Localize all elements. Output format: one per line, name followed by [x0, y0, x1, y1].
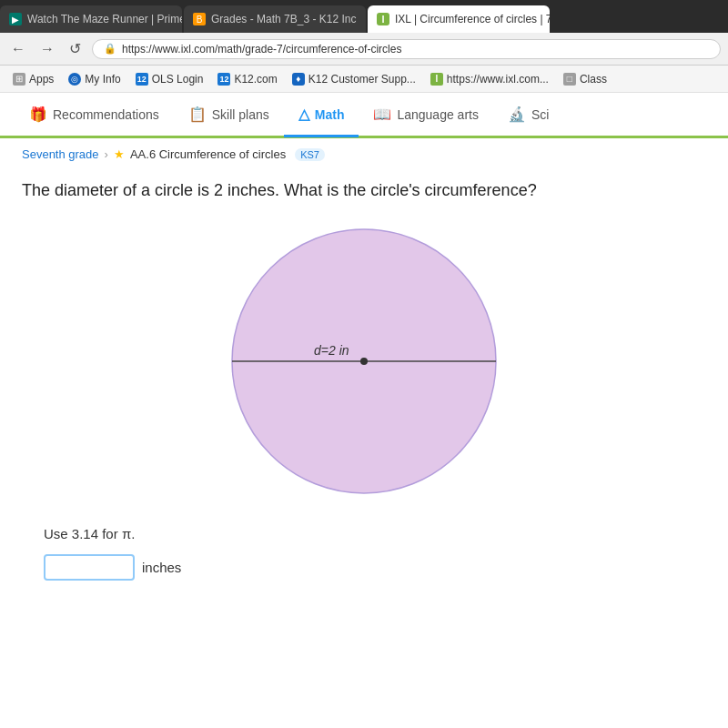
bookmark-favicon-myinfo: ◎ [68, 73, 81, 86]
tab-favicon-grades: B [193, 13, 206, 25]
breadcrumb-tag: KS7 [295, 148, 325, 161]
tab-ixl[interactable]: I IXL | Circumference of circles | 7t ✕ [368, 5, 550, 33]
bookmark-favicon-k12: 12 [217, 73, 230, 86]
lock-icon: 🔒 [104, 43, 116, 55]
nav-label-recommendations: Recommendations [53, 107, 159, 122]
bookmark-label-ixlurl: https://www.ixl.com... [447, 73, 549, 86]
answer-row: inches [22, 547, 706, 588]
breadcrumb-separator: › [105, 147, 108, 161]
bookmark-label-class: Class [580, 73, 607, 86]
bookmark-favicon-class: □ [563, 73, 576, 86]
tab-label-grades: Grades - Math 7B_3 - K12 Inc [211, 13, 356, 25]
breadcrumb-star-icon: ★ [114, 147, 125, 161]
bookmark-favicon-apps: ⊞ [13, 73, 25, 86]
forward-button[interactable]: → [36, 39, 58, 59]
bookmark-label-apps: Apps [29, 73, 54, 86]
bookmark-label-ols: OLS Login [152, 73, 204, 86]
question-text: The diameter of a circle is 2 inches. Wh… [22, 179, 706, 202]
language-arts-icon: 📖 [373, 106, 391, 123]
bookmark-ols[interactable]: 12 OLS Login [130, 71, 209, 87]
circle-svg: d=2 in [209, 220, 519, 502]
svg-point-2 [360, 358, 368, 365]
pi-note: Use 3.14 for π. [22, 521, 706, 547]
ixl-page: 🎁 Recommendations 📋 Skill plans △ Math 📖… [0, 93, 728, 728]
bookmark-myinfo[interactable]: ◎ My Info [63, 71, 126, 87]
tab-favicon-ixl: I [377, 13, 389, 25]
url-text: https://www.ixl.com/math/grade-7/circumf… [122, 43, 401, 56]
bookmark-ixlurl[interactable]: I https://www.ixl.com... [425, 71, 554, 87]
nav-label-math: Math [315, 107, 345, 122]
nav-label-science: Sci [531, 107, 549, 122]
circle-diagram: d=2 in [209, 220, 519, 502]
recommendations-icon: 🎁 [29, 106, 47, 123]
tab-grades[interactable]: B Grades - Math 7B_3 - K12 Inc ✕ [184, 5, 366, 33]
nav-math[interactable]: △ Math [284, 95, 359, 137]
nav-label-skill-plans: Skill plans [212, 107, 269, 122]
tab-maze-runner[interactable]: ▶ Watch The Maze Runner | Prime ✕ [0, 5, 182, 33]
breadcrumb-grade-link[interactable]: Seventh grade [22, 147, 99, 161]
bookmarks-bar: ⊞ Apps ◎ My Info 12 OLS Login 12 K12.com… [0, 66, 728, 93]
nav-language-arts[interactable]: 📖 Language arts [359, 95, 493, 137]
bookmark-apps[interactable]: ⊞ Apps [7, 71, 59, 87]
main-content: The diameter of a circle is 2 inches. Wh… [0, 170, 728, 597]
breadcrumb-skill-code: AA.6 [130, 147, 159, 161]
nav-skill-plans[interactable]: 📋 Skill plans [174, 95, 284, 137]
answer-unit: inches [142, 560, 181, 575]
breadcrumb-skill: AA.6 Circumference of circles [130, 147, 286, 161]
bookmark-label-k12: K12.com [234, 73, 277, 86]
breadcrumb-skill-label: Circumference of circles [159, 147, 286, 161]
back-button[interactable]: ← [7, 39, 29, 59]
nav-recommendations[interactable]: 🎁 Recommendations [15, 95, 174, 137]
bookmark-class[interactable]: □ Class [558, 71, 612, 87]
bookmark-label-myinfo: My Info [85, 73, 120, 86]
svg-text:d=2 in: d=2 in [314, 343, 349, 358]
breadcrumb: Seventh grade › ★ AA.6 Circumference of … [0, 138, 728, 170]
tab-label-maze: Watch The Maze Runner | Prime [27, 13, 182, 25]
tab-bar: ▶ Watch The Maze Runner | Prime ✕ B Grad… [0, 0, 728, 33]
bookmark-k12support[interactable]: ♦ K12 Customer Supp... [287, 71, 421, 87]
bookmark-label-k12support: K12 Customer Supp... [308, 73, 416, 86]
reload-button[interactable]: ↺ [66, 38, 85, 59]
browser-chrome: ▶ Watch The Maze Runner | Prime ✕ B Grad… [0, 0, 728, 93]
nav-science[interactable]: 🔬 Sci [493, 95, 563, 137]
bookmark-favicon-ixlurl: I [430, 73, 443, 86]
tab-label-ixl: IXL | Circumference of circles | 7t [395, 13, 550, 25]
bookmark-k12[interactable]: 12 K12.com [212, 71, 282, 87]
nav-label-language-arts: Language arts [397, 107, 479, 122]
address-bar: ← → ↺ 🔒 https://www.ixl.com/math/grade-7… [0, 33, 728, 66]
skill-plans-icon: 📋 [188, 106, 207, 123]
tab-favicon-maze: ▶ [9, 13, 22, 25]
answer-input[interactable] [44, 554, 135, 581]
math-icon: △ [298, 106, 309, 123]
science-icon: 🔬 [508, 106, 526, 123]
tab-close-grades[interactable]: ✕ [365, 14, 366, 25]
ixl-nav: 🎁 Recommendations 📋 Skill plans △ Math 📖… [0, 93, 728, 138]
url-bar[interactable]: 🔒 https://www.ixl.com/math/grade-7/circu… [92, 39, 721, 59]
bookmark-favicon-ols: 12 [136, 73, 148, 86]
bookmark-favicon-k12support: ♦ [292, 73, 305, 86]
